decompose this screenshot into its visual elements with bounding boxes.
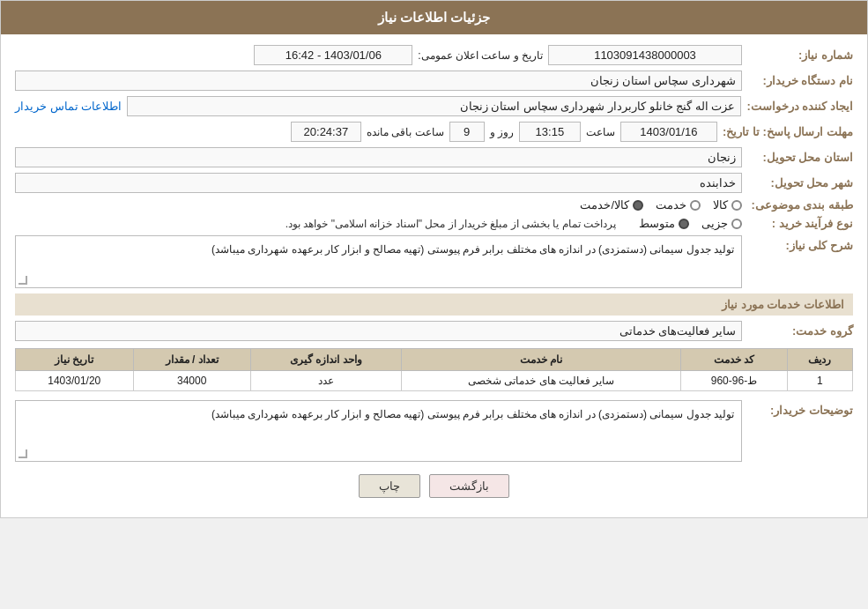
print-button[interactable]: چاپ [359, 474, 420, 498]
purchase-type-option-1: جزیی [701, 217, 742, 230]
delivery-city-label: شهر محل تحویل: [747, 176, 853, 189]
category-radio-2 [690, 200, 701, 211]
service-group-label: گروه خدمت: [747, 324, 853, 338]
need-number-value: 1103091438000003 [548, 45, 742, 65]
buttons-row: بازگشت چاپ [15, 474, 853, 498]
purchase-type-label-1: جزیی [701, 217, 728, 230]
need-number-row: شماره نیاز: 1103091438000003 تاریخ و ساع… [15, 45, 853, 65]
buyer-org-value: شهرداری سچاس استان زنجان [15, 71, 742, 91]
category-label-1: کالا [713, 198, 728, 212]
buyer-desc-value: تولید جدول سیمانی (دستمزدی) در اندازه ها… [15, 400, 742, 462]
reply-date: 1403/01/16 [620, 122, 717, 142]
delivery-city-row: شهر محل تحویل: خدابنده [15, 173, 853, 193]
category-radio-group: کالا خدمت کالا/خدمت [580, 198, 742, 212]
reply-deadline-row: مهلت ارسال پاسخ: تا تاریخ: 1403/01/16 سا… [15, 122, 853, 142]
col-header-unit: واحد اندازه گیری [250, 349, 401, 371]
page-title: جزئیات اطلاعات نیاز [378, 10, 490, 25]
category-option-3: کالا/خدمت [580, 198, 643, 212]
buyer-desc-label: توضیحات خریدار: [747, 400, 853, 417]
purchase-type-radio-group: جزیی متوسط [639, 217, 742, 230]
purchase-type-label-2: متوسط [639, 217, 675, 230]
purchase-type-label: نوع فرآیند خرید : [747, 217, 853, 230]
cell-quantity: 34000 [133, 371, 250, 391]
need-description-row: شرح کلی نیاز: تولید جدول سیمانی (دستمزدی… [15, 235, 853, 288]
col-header-service-name: نام خدمت [401, 349, 681, 371]
service-group-row: گروه خدمت: سایر فعالیت‌های خدماتی [15, 321, 853, 341]
table-row: 1 ط-96-960 سایر فعالیت های خدماتی شخصی ع… [16, 371, 853, 391]
buyer-org-row: نام دستگاه خریدار: شهرداری سچاس استان زن… [15, 71, 853, 91]
col-header-row: ردیف [787, 349, 852, 371]
announcement-date-label: تاریخ و ساعت اعلان عمومی: [418, 49, 543, 62]
cell-service-name: سایر فعالیت های خدماتی شخصی [401, 371, 681, 391]
table-body: 1 ط-96-960 سایر فعالیت های خدماتی شخصی ع… [16, 371, 853, 391]
delivery-province-row: استان محل تحویل: زنجان [15, 147, 853, 167]
service-info-title: اطلاعات خدمات مورد نیاز [15, 293, 853, 316]
page-wrapper: جزئیات اطلاعات نیاز شماره نیاز: 11030914… [0, 0, 868, 518]
delivery-city-value: خدابنده [15, 173, 742, 193]
purchase-type-radio-2 [679, 219, 689, 229]
category-option-1: کالا [713, 198, 742, 212]
creator-label: ایجاد کننده درخواست: [746, 100, 853, 113]
cell-row: 1 [787, 371, 852, 391]
buyer-desc-row: توضیحات خریدار: تولید جدول سیمانی (دستمز… [15, 400, 853, 462]
page-header: جزئیات اطلاعات نیاز [1, 1, 867, 34]
table-header-row: ردیف کد خدمت نام خدمت واحد اندازه گیری ت… [16, 349, 853, 371]
contact-link[interactable]: اطلاعات تماس خریدار [15, 100, 122, 113]
category-radio-3 [633, 200, 643, 211]
reply-days: 9 [449, 122, 485, 142]
category-radio-1 [731, 200, 742, 211]
col-header-service-code: کد خدمت [681, 349, 787, 371]
service-group-value: سایر فعالیت‌های خدماتی [15, 321, 742, 341]
purchase-type-row: نوع فرآیند خرید : جزیی متوسط پرداخت تمام… [15, 217, 853, 230]
need-description-value: تولید جدول سیمانی (دستمزدی) در اندازه ها… [15, 235, 742, 288]
category-label: طبقه بندی موضوعی: [747, 198, 853, 212]
category-label-2: خدمت [656, 198, 686, 212]
category-option-2: خدمت [656, 198, 701, 212]
reply-days-label: روز و [490, 126, 514, 138]
reply-deadline-label: مهلت ارسال پاسخ: تا تاریخ: [723, 125, 853, 138]
need-number-label: شماره نیاز: [747, 48, 853, 62]
content-area: شماره نیاز: 1103091438000003 تاریخ و ساع… [1, 34, 867, 517]
reply-remaining-label: ساعت باقی مانده [367, 126, 444, 138]
services-table: ردیف کد خدمت نام خدمت واحد اندازه گیری ت… [15, 348, 853, 391]
announcement-date-value: 1403/01/06 - 16:42 [254, 45, 412, 65]
creator-value: عزت اله گنج خانلو کاربردار شهرداری سچاس … [127, 96, 741, 116]
need-description-label: شرح کلی نیاز: [747, 235, 853, 252]
creator-row: ایجاد کننده درخواست: عزت اله گنج خانلو ک… [15, 96, 853, 116]
cell-unit: عدد [250, 371, 401, 391]
cell-service-code: ط-96-960 [681, 371, 787, 391]
buyer-org-label: نام دستگاه خریدار: [747, 74, 853, 87]
reply-remaining: 20:24:37 [291, 122, 361, 142]
purchase-type-radio-1 [731, 219, 742, 229]
category-label-3: کالا/خدمت [580, 198, 629, 212]
delivery-province-value: زنجان [15, 147, 742, 167]
cell-need-date: 1403/01/20 [16, 371, 134, 391]
col-header-quantity: تعداد / مقدار [133, 349, 250, 371]
purchase-type-note: پرداخت تمام یا بخشی از مبلغ خریدار از مح… [286, 218, 616, 230]
reply-time-label: ساعت [586, 126, 615, 138]
purchase-type-option-2: متوسط [639, 217, 689, 230]
back-button[interactable]: بازگشت [429, 474, 509, 498]
reply-time: 13:15 [519, 122, 581, 142]
services-table-section: ردیف کد خدمت نام خدمت واحد اندازه گیری ت… [15, 348, 853, 391]
delivery-province-label: استان محل تحویل: [747, 151, 853, 164]
col-header-need-date: تاریخ نیاز [16, 349, 134, 371]
category-row: طبقه بندی موضوعی: کالا خدمت کالا/خدمت [15, 198, 853, 212]
